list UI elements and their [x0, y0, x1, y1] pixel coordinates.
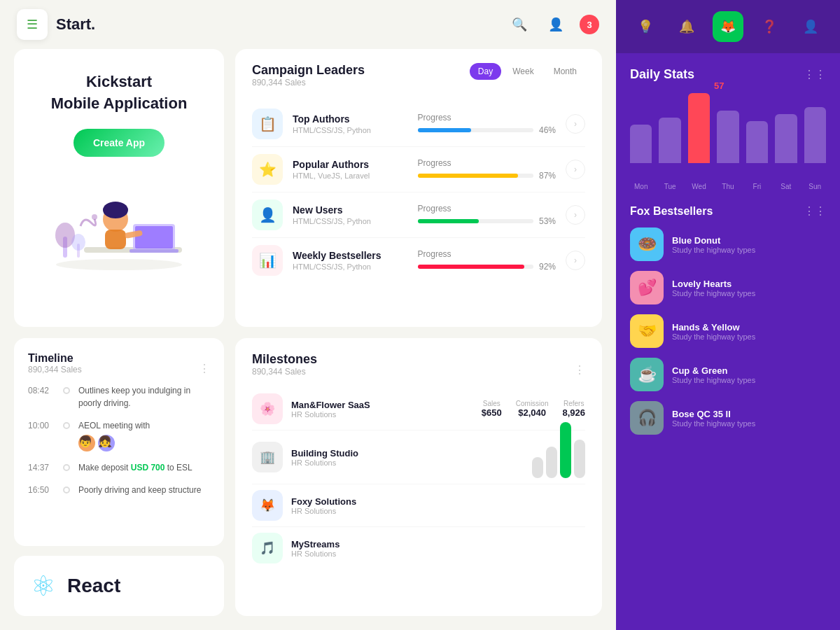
bestsellers-dots[interactable]: ⋮⋮	[804, 204, 826, 218]
ms-bar-2	[546, 447, 557, 478]
progress-bar-wrap-4: 92%	[418, 262, 556, 272]
campaign-header: Campaign Leaders 890,344 Sales Day Week …	[252, 63, 585, 99]
leader-tech-2: HTML, VueJS, Laravel	[293, 172, 408, 180]
leader-icon-top-authors: 📋	[252, 108, 283, 139]
tl-text-4: Poorly driving and keep structure	[78, 484, 201, 496]
chart-bar-sat	[775, 114, 797, 163]
kickstart-title: Kickstart Mobile Application	[51, 71, 188, 115]
progress-label-3: Progress	[418, 204, 556, 214]
leader-row-3: 👤 New Users HTML/CSS/JS, Python Progress…	[252, 192, 585, 238]
ms-icon-2: 🏢	[252, 442, 283, 472]
chart-area: 57	[630, 93, 826, 177]
sidebar-icon-fox[interactable]: 🦊	[713, 11, 743, 42]
svg-point-0	[56, 259, 182, 270]
timeline-title: Timeline	[28, 352, 82, 365]
bs-name-3: Hands & Yellow	[672, 322, 755, 332]
bs-sub-1: Study the highway types	[672, 246, 755, 254]
progress-label-1: Progress	[418, 113, 556, 122]
bs-img-1: 🍩	[630, 227, 664, 261]
sidebar-icon-help[interactable]: ❓	[754, 11, 785, 42]
svg-point-10	[103, 202, 128, 218]
bestseller-item-2: 💕 Lovely Hearts Study the highway types	[630, 271, 826, 304]
tl-text-1: Outlines keep you indulging in poorly dr…	[78, 384, 210, 410]
leader-name-3: New Users	[293, 204, 408, 216]
sidebar-icon-bell[interactable]: 🔔	[671, 11, 702, 42]
campaign-title: Campaign Leaders	[252, 63, 365, 78]
milestone-row-3: 🦊 Foxy Solutions HR Solutions	[252, 484, 585, 527]
filter-tabs: Day Week Month	[470, 63, 585, 80]
bs-img-4: ☕	[630, 358, 664, 391]
bs-name-2: Lovely Hearts	[672, 279, 755, 289]
ms-name-3: Foxy Solutions	[291, 496, 585, 507]
timeline-item-3: 14:37 Make deposit USD 700 to ESL	[28, 461, 210, 474]
leader-name-2: Popular Authors	[293, 159, 408, 170]
filter-tab-day[interactable]: Day	[470, 63, 501, 80]
chevron-btn-2[interactable]: ›	[566, 160, 585, 179]
milestones-subtitle: 890,344 Sales	[252, 367, 317, 377]
timeline-dots[interactable]: ⋮	[199, 362, 210, 375]
chart-bar-tue	[659, 118, 680, 163]
timeline-item-4: 16:50 Poorly driving and keep structure	[28, 484, 210, 496]
milestones-dots[interactable]: ⋮	[574, 363, 585, 377]
timeline-card: Timeline 890,344 Sales ⋮ 08:42 Outlines …	[14, 338, 224, 546]
progress-bar-3	[418, 219, 533, 223]
ms-sub-2: HR Solutions	[291, 458, 515, 467]
bestsellers-title: Fox Bestsellers	[630, 205, 713, 218]
campaign-card: Campaign Leaders 890,344 Sales Day Week …	[235, 49, 602, 327]
filter-tab-week[interactable]: Week	[504, 63, 542, 80]
react-logo-icon: ⚛	[31, 570, 56, 602]
progress-section-2: Progress 87%	[418, 158, 556, 181]
ms-stats-1: Sales $650 Comission $2,040 Refers 8,926	[482, 400, 585, 418]
ms-info-3: Foxy Solutions HR Solutions	[291, 496, 585, 515]
progress-pct-4: 92%	[539, 262, 556, 272]
ms-sub-4: HR Solutions	[291, 550, 585, 558]
stats-dots[interactable]: ⋮⋮	[804, 68, 826, 81]
chevron-btn-1[interactable]: ›	[566, 114, 585, 134]
avatar-1: 👦	[78, 435, 95, 451]
bs-sub-2: Study the highway types	[672, 289, 755, 298]
ms-val-sales: $650	[482, 407, 502, 418]
leader-info-top-authors: Top Authors HTML/CSS/JS, Python	[293, 113, 408, 134]
progress-fill-3	[418, 219, 479, 223]
notification-badge[interactable]: 3	[580, 15, 599, 34]
ms-name-2: Building Studio	[291, 448, 515, 458]
leader-info-weekly: Weekly Bestsellers HTML/CSS/JS, Python	[293, 250, 408, 271]
ms-icon-4: 🎵	[252, 533, 283, 564]
chart-labels: Mon Tue Wed Thu Fri Sat Sun	[630, 183, 826, 190]
milestone-row-2: 🏢 Building Studio HR Solutions	[252, 430, 585, 484]
header-right: 🔍 👤 3	[507, 12, 599, 37]
ms-bar-1	[532, 457, 543, 478]
user-icon[interactable]: 👤	[543, 12, 568, 37]
sidebar-top-icons: 💡 🔔 🦊 ❓ 👤	[616, 0, 840, 53]
bs-info-5: Bose QC 35 II Study the highway types	[672, 409, 755, 428]
progress-label-4: Progress	[418, 249, 556, 259]
ms-val-commission: $2,040	[516, 407, 549, 418]
leader-row-4: 📊 Weekly Bestsellers HTML/CSS/JS, Python…	[252, 238, 585, 283]
ms-label-commission: Comission	[516, 400, 549, 407]
tl-text-2: AEOL meeting with 👦 👧	[78, 419, 150, 451]
tl-time-4: 16:50	[28, 485, 55, 495]
chevron-btn-3[interactable]: ›	[566, 205, 585, 225]
tl-dot-4	[63, 486, 70, 493]
logo-text: Start.	[56, 15, 95, 34]
ms-name-4: MyStreams	[291, 539, 585, 550]
ms-info-1: Man&Flower SaaS HR Solutions	[291, 400, 473, 419]
svg-point-4	[71, 234, 85, 251]
sidebar-icon-bulb[interactable]: 💡	[630, 11, 661, 42]
filter-tab-month[interactable]: Month	[545, 63, 585, 80]
bs-info-4: Cup & Green Study the highway types	[672, 365, 755, 384]
search-icon[interactable]: 🔍	[507, 12, 532, 37]
leader-info-popular: Popular Authors HTML, VueJS, Laravel	[293, 159, 408, 180]
chevron-btn-4[interactable]: ›	[566, 251, 585, 270]
tl-dot-2	[63, 422, 70, 429]
leader-tech-4: HTML/CSS/JS, Python	[293, 262, 408, 271]
chart-label-tue: Tue	[659, 183, 680, 190]
leader-icon-popular: ⭐	[252, 154, 283, 185]
create-app-button[interactable]: Create App	[74, 129, 164, 157]
svg-rect-11	[105, 230, 126, 249]
sidebar-icon-user[interactable]: 👤	[795, 11, 826, 42]
menu-icon: ☰	[27, 17, 38, 32]
ms-val-refers: 8,926	[562, 407, 585, 418]
bs-sub-3: Study the highway types	[672, 332, 755, 341]
progress-pct-2: 87%	[539, 171, 556, 181]
